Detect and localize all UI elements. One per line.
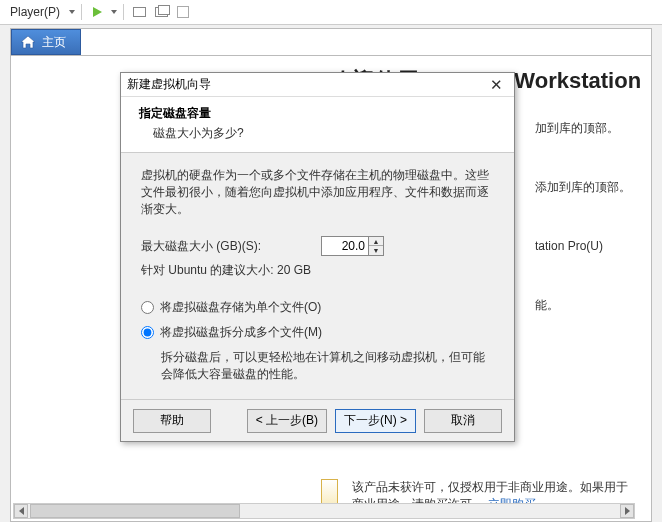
- dialog-footer: 帮助 < 上一步(B) 下一步(N) > 取消: [121, 399, 514, 441]
- scroll-right-button[interactable]: [620, 504, 634, 518]
- player-menu[interactable]: Player(P): [6, 4, 64, 20]
- play-icon: [93, 7, 102, 17]
- toolbar-separator: [123, 4, 124, 20]
- scroll-left-button[interactable]: [14, 504, 28, 518]
- dialog-description: 虚拟机的硬盘作为一个或多个文件存储在主机的物理磁盘中。这些文件最初很小，随着您向…: [141, 167, 494, 218]
- cancel-button[interactable]: 取消: [424, 409, 502, 433]
- recommended-size-label: 针对 Ubuntu 的建议大小: 20 GB: [141, 262, 494, 279]
- chevron-right-icon: [625, 507, 630, 515]
- bg-line: 能。: [535, 293, 631, 317]
- split-note: 拆分磁盘后，可以更轻松地在计算机之间移动虚拟机，但可能会降低大容量磁盘的性能。: [141, 349, 494, 383]
- home-tab-label: 主页: [42, 34, 66, 51]
- dialog-header-title: 指定磁盘容量: [139, 105, 496, 122]
- chevron-left-icon: [19, 507, 24, 515]
- bg-line: tation Pro(U): [535, 234, 631, 258]
- tab-bar: 主页: [11, 29, 651, 55]
- app-toolbar: Player(P): [0, 0, 662, 25]
- dialog-close-button[interactable]: ✕: [484, 76, 508, 94]
- home-tab[interactable]: 主页: [11, 29, 81, 55]
- horizontal-scrollbar[interactable]: [13, 503, 635, 519]
- dialog-title-bar[interactable]: 新建虚拟机向导 ✕: [121, 73, 514, 97]
- help-button[interactable]: 帮助: [133, 409, 211, 433]
- spinner-down-button[interactable]: ▼: [369, 246, 383, 255]
- window-icon: [133, 7, 146, 17]
- play-dropdown-icon[interactable]: [111, 10, 117, 14]
- player-menu-dropdown-icon[interactable]: [69, 10, 75, 14]
- spinner-up-button[interactable]: ▲: [369, 237, 383, 246]
- toolbar-separator: [81, 4, 82, 20]
- unity-icon: [177, 6, 189, 18]
- toolbar-button-2[interactable]: [152, 3, 170, 21]
- disk-size-label: 最大磁盘大小 (GB)(S):: [141, 238, 311, 255]
- back-button[interactable]: < 上一步(B): [247, 409, 327, 433]
- toolbar-button-3[interactable]: [174, 3, 192, 21]
- bg-line: 添加到库的顶部。: [535, 175, 631, 199]
- dialog-body: 虚拟机的硬盘作为一个或多个文件存储在主机的物理磁盘中。这些文件最初很小，随着您向…: [121, 153, 514, 399]
- scroll-thumb[interactable]: [30, 504, 240, 518]
- background-text: 加到库的顶部。 添加到库的顶部。 tation Pro(U) 能。: [535, 116, 631, 352]
- new-vm-wizard-dialog: 新建虚拟机向导 ✕ 指定磁盘容量 磁盘大小为多少? 虚拟机的硬盘作为一个或多个文…: [120, 72, 515, 442]
- radio-single-file-label: 将虚拟磁盘存储为单个文件(O): [160, 299, 321, 316]
- dialog-title: 新建虚拟机向导: [127, 76, 211, 93]
- close-icon: ✕: [490, 76, 503, 94]
- next-button[interactable]: 下一步(N) >: [335, 409, 416, 433]
- disk-size-spinner: ▲ ▼: [321, 236, 384, 256]
- radio-split-files-label: 将虚拟磁盘拆分成多个文件(M): [160, 324, 322, 341]
- disk-size-input[interactable]: [321, 236, 369, 256]
- dialog-header: 指定磁盘容量 磁盘大小为多少?: [121, 97, 514, 153]
- fullscreen-icon: [155, 7, 168, 17]
- toolbar-button-1[interactable]: [130, 3, 148, 21]
- home-icon: [20, 35, 36, 49]
- radio-split-files[interactable]: [141, 326, 154, 339]
- bg-line: 加到库的顶部。: [535, 116, 631, 140]
- play-button[interactable]: [88, 3, 106, 21]
- radio-single-file[interactable]: [141, 301, 154, 314]
- dialog-header-sub: 磁盘大小为多少?: [139, 122, 496, 142]
